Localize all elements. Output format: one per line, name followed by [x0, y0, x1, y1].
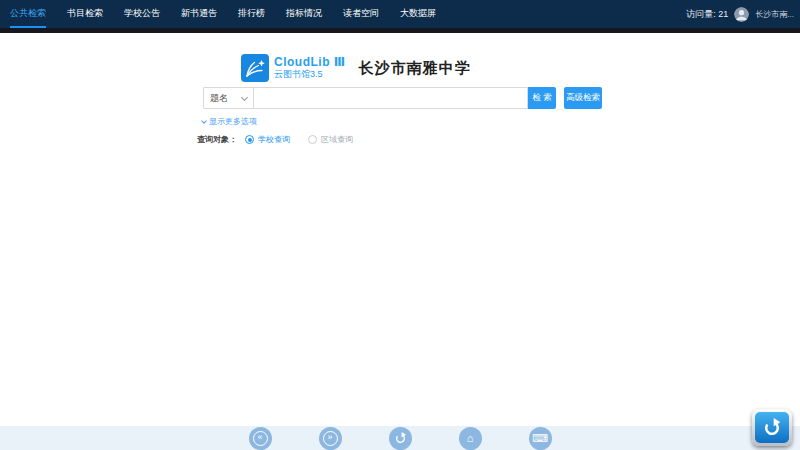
top-navbar: 公共检索 书目检索 学校公告 新书通告 排行榜 指标情况 读者空间 大数据屏 访… — [0, 0, 800, 28]
show-more-options-label: 显示更多选项 — [209, 116, 257, 127]
floating-refresh-button[interactable] — [752, 409, 792, 446]
search-bar: 题名 检 索 高级检索 — [203, 87, 602, 109]
nav-item-catalog-search[interactable]: 书目检索 — [67, 0, 103, 28]
keyboard-button[interactable]: ⌨ — [529, 427, 552, 450]
refresh-icon — [755, 412, 789, 443]
nav-item-rankings[interactable]: 排行榜 — [238, 0, 265, 28]
cloudlib-logo-text: CloudLib Ⅲ 云图书馆3.5 — [274, 56, 346, 80]
rewind-icon: « — [253, 431, 268, 446]
nav-item-indicators[interactable]: 指标情况 — [286, 0, 322, 28]
nav-menu: 公共检索 书目检索 学校公告 新书通告 排行榜 指标情况 读者空间 大数据屏 — [10, 0, 436, 28]
radio-region-query-label: 区域查询 — [321, 134, 353, 145]
keyboard-icon: ⌨ — [532, 433, 548, 444]
library-opac-page: 公共检索 书目检索 学校公告 新书通告 排行榜 指标情况 读者空间 大数据屏 访… — [0, 0, 800, 450]
search-button[interactable]: 检 索 — [528, 87, 556, 109]
radio-unselected-icon[interactable] — [308, 135, 317, 144]
nav-right-area: 访问量: 21 长沙市南... — [686, 0, 794, 28]
kiosk-toolbar: « » ⌂ ⌨ — [0, 426, 800, 450]
advanced-search-button[interactable]: 高级检索 — [564, 87, 602, 109]
nav-item-public-search[interactable]: 公共检索 — [10, 0, 46, 28]
cloudlib-logo-icon — [241, 54, 269, 82]
chevron-down-icon — [241, 93, 248, 100]
query-target-label: 查询对象： — [197, 134, 237, 145]
query-target-options: 学校查询 区域查询 — [245, 134, 353, 145]
visit-count: 访问量: 21 — [686, 8, 728, 21]
nav-item-school-notice[interactable]: 学校公告 — [124, 0, 160, 28]
radio-school-query-label: 学校查询 — [258, 134, 290, 145]
rewind-button[interactable]: « — [249, 427, 272, 450]
refresh-button[interactable] — [389, 427, 412, 450]
show-more-options-link[interactable]: 显示更多选项 — [202, 116, 257, 127]
query-target-row: 查询对象： 学校查询 区域查询 — [197, 134, 353, 145]
search-input[interactable] — [253, 87, 528, 109]
nav-item-reader-space[interactable]: 读者空间 — [343, 0, 379, 28]
logged-in-user-name[interactable]: 长沙市南... — [755, 9, 794, 20]
nav-item-new-books[interactable]: 新书通告 — [181, 0, 217, 28]
brand-header: CloudLib Ⅲ 云图书馆3.5 长沙市南雅中学 — [241, 54, 471, 82]
refresh-icon — [394, 432, 407, 445]
nav-bottom-strip — [0, 28, 800, 33]
search-field-selected-value: 题名 — [210, 92, 228, 105]
nav-item-big-data-screen[interactable]: 大数据屏 — [400, 0, 436, 28]
page-title: 长沙市南雅中学 — [359, 59, 471, 78]
search-field-select[interactable]: 题名 — [203, 87, 253, 109]
fast-forward-icon: » — [323, 431, 338, 446]
fast-forward-button[interactable]: » — [319, 427, 342, 450]
home-button[interactable]: ⌂ — [459, 427, 482, 450]
radio-region-query[interactable]: 区域查询 — [308, 134, 353, 145]
logo-subtitle: 云图书馆3.5 — [274, 69, 346, 80]
user-avatar-icon[interactable] — [734, 7, 749, 22]
chevron-down-icon — [201, 118, 207, 124]
logo-title: CloudLib Ⅲ — [274, 56, 346, 69]
radio-school-query[interactable]: 学校查询 — [245, 134, 290, 145]
radio-selected-icon[interactable] — [245, 135, 254, 144]
home-icon: ⌂ — [467, 433, 474, 444]
